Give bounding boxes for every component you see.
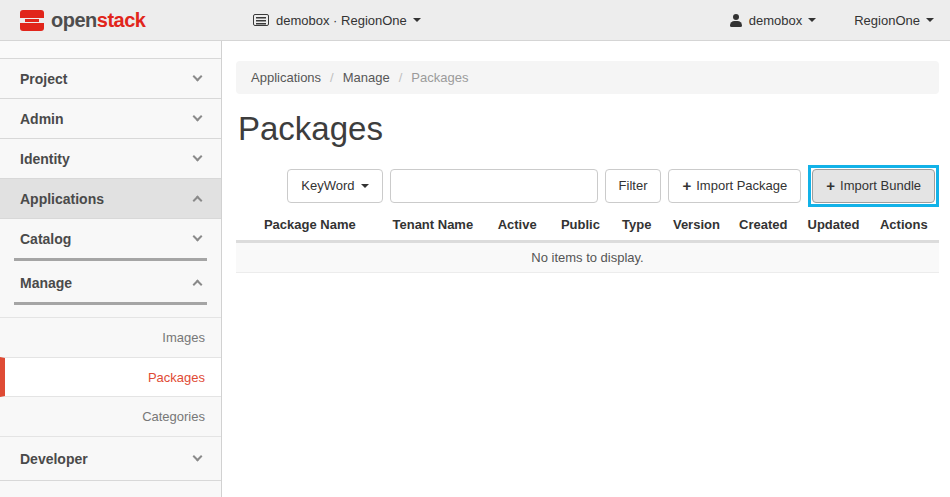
openstack-wordmark: openstack [51, 9, 145, 32]
sidebar-panel-label: Manage [20, 275, 72, 291]
column-header-tenant-name[interactable]: Tenant Name [384, 217, 482, 232]
sidebar-item-label: Applications [20, 191, 104, 207]
sidebar-item-project[interactable]: Project [0, 59, 221, 99]
main-content: Applications / Manage / Packages Package… [222, 41, 950, 497]
user-menu-label: demobox [749, 13, 802, 28]
page-title: Packages [238, 110, 939, 148]
column-header-public[interactable]: Public [552, 217, 608, 232]
sidebar-item-packages[interactable]: Packages [0, 357, 221, 397]
breadcrumb-item-applications[interactable]: Applications [251, 70, 321, 85]
sidebar-panel-label: Catalog [20, 231, 71, 247]
keyword-dropdown-label: KeyWord [301, 178, 354, 193]
list-icon [253, 14, 269, 26]
sidebar-item-developer[interactable]: Developer [0, 437, 221, 481]
sidebar-item-label: Categories [142, 409, 205, 424]
sidebar-item-identity[interactable]: Identity [0, 139, 221, 179]
topbar: openstack demobox · RegionOne demobox Re… [0, 0, 950, 41]
sidebar-panel-manage[interactable]: Manage [14, 263, 207, 305]
sidebar-top-strip [0, 41, 221, 59]
column-header-type[interactable]: Type [609, 217, 665, 232]
person-icon [730, 14, 743, 27]
sidebar-item-label: Identity [20, 151, 70, 167]
openstack-brand[interactable]: openstack [0, 9, 222, 32]
chevron-down-icon [193, 112, 203, 122]
caret-down-icon [361, 184, 369, 188]
user-menu[interactable]: demobox [730, 13, 816, 28]
sidebar-panel-catalog[interactable]: Catalog [14, 219, 207, 261]
sidebar-item-label: Project [20, 71, 67, 87]
sidebar-item-label: Admin [20, 111, 64, 127]
sidebar: Project Admin Identity Applications Cata… [0, 41, 222, 497]
region-menu-label: RegionOne [854, 13, 920, 28]
filter-button-label: Filter [619, 178, 648, 193]
region-menu[interactable]: RegionOne [854, 13, 934, 28]
sidebar-item-label: Developer [20, 451, 88, 467]
column-header-created[interactable]: Created [728, 217, 798, 232]
chevron-up-icon [193, 196, 203, 206]
wordmark-stack: stack [97, 9, 146, 31]
keyword-dropdown[interactable]: KeyWord [287, 169, 382, 203]
caret-down-icon [808, 18, 816, 22]
sidebar-item-label: Images [162, 330, 205, 345]
project-region-label: demobox · RegionOne [276, 13, 407, 28]
sidebar-item-images[interactable]: Images [0, 317, 221, 357]
chevron-down-icon [193, 72, 203, 82]
topbar-right: demobox RegionOne [730, 13, 950, 28]
import-bundle-label: Import Bundle [840, 178, 921, 193]
sidebar-panel-manage-wrap: Manage [0, 263, 221, 305]
plus-icon: + [682, 177, 691, 194]
filter-button[interactable]: Filter [605, 169, 662, 203]
search-input[interactable] [390, 169, 598, 203]
column-header-updated[interactable]: Updated [798, 217, 868, 232]
import-bundle-highlight: + Import Bundle [808, 165, 939, 207]
plus-icon: + [826, 177, 835, 194]
empty-message: No items to display. [531, 250, 643, 265]
import-bundle-button[interactable]: + Import Bundle [812, 169, 935, 203]
column-header-package-name[interactable]: Package Name [236, 217, 384, 232]
column-header-actions[interactable]: Actions [869, 217, 939, 232]
project-region-switcher[interactable]: demobox · RegionOne [253, 13, 421, 28]
column-header-active[interactable]: Active [482, 217, 552, 232]
import-package-button[interactable]: + Import Package [668, 169, 801, 203]
sidebar-panel-catalog-wrap: Catalog [0, 219, 221, 261]
wordmark-open: open [51, 9, 97, 31]
sidebar-item-categories[interactable]: Categories [0, 397, 221, 437]
sidebar-item-label: Packages [148, 370, 205, 385]
packages-table-header: Package Name Tenant Name Active Public T… [236, 210, 939, 240]
sidebar-item-applications[interactable]: Applications [0, 179, 221, 219]
manage-sub-list: Images Packages Categories [0, 305, 221, 437]
breadcrumb-separator: / [330, 70, 334, 85]
sidebar-item-admin[interactable]: Admin [0, 99, 221, 139]
openstack-logo-icon [20, 10, 44, 31]
chevron-down-icon [193, 152, 203, 162]
breadcrumb-item-packages: Packages [411, 70, 468, 85]
table-empty-row: No items to display. [236, 240, 939, 273]
chevron-down-icon [193, 452, 203, 462]
breadcrumb-separator: / [399, 70, 403, 85]
import-package-label: Import Package [696, 178, 787, 193]
caret-down-icon [926, 18, 934, 22]
chevron-down-icon [193, 232, 203, 242]
breadcrumb: Applications / Manage / Packages [236, 61, 939, 94]
caret-down-icon [413, 18, 421, 22]
breadcrumb-item-manage[interactable]: Manage [343, 70, 390, 85]
table-toolbar: KeyWord Filter + Import Package + Import… [236, 165, 939, 207]
column-header-version[interactable]: Version [665, 217, 728, 232]
chevron-up-icon [193, 280, 203, 290]
